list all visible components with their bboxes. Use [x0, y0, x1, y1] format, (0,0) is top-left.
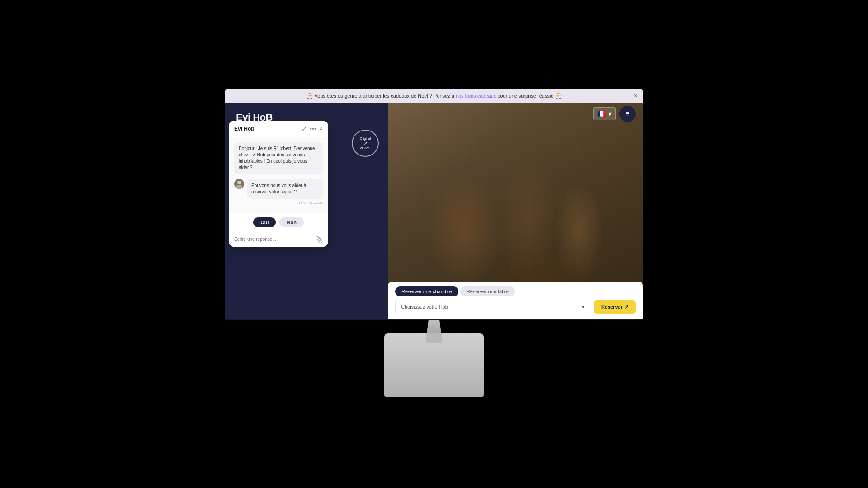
- stamp-arrow-icon: ↗: [363, 140, 368, 146]
- chat-input-row: 📎: [229, 232, 328, 247]
- right-photo-panel: 🇫🇷 ▾ ≡ Réserver une chambre Réserver une…: [388, 103, 643, 319]
- page-header: 🇫🇷 ▾ ≡: [388, 103, 643, 125]
- flag-emoji: 🇫🇷: [597, 109, 606, 118]
- message-timestamp: 17-04-23 16:07: [234, 201, 323, 205]
- svg-point-1: [236, 185, 242, 189]
- booking-tabs: Réserver une chambre Réserver une table: [395, 286, 636, 296]
- hamburger-menu-button[interactable]: ≡: [619, 106, 636, 122]
- chat-close-button[interactable]: ×: [319, 125, 323, 132]
- screen: 🎅 Vous êtes du genre à anticiper les cad…: [225, 89, 643, 320]
- reserve-button-arrow-icon: ↗: [624, 304, 628, 310]
- stamp-line1: Original: [360, 137, 371, 140]
- booking-row: Choisissez votre Hob ▾ Réserver ↗: [395, 300, 636, 314]
- hob-select[interactable]: Choisissez votre Hob ▾: [395, 300, 590, 314]
- booking-bar: Réserver une chambre Réserver une table …: [388, 282, 643, 319]
- chat-header-actions: ⤢ ••• ×: [302, 125, 323, 132]
- reserve-button[interactable]: Réserver ↗: [594, 300, 636, 314]
- stand-base: [384, 333, 484, 397]
- banner-text-prefix: 🎅 Vous êtes du genre à anticiper les cad…: [307, 93, 456, 99]
- chat-messages: Bonjour ! Je suis R'Hobert. Bienvenue ch…: [229, 137, 328, 213]
- banner-close-button[interactable]: ×: [634, 92, 637, 99]
- chevron-down-icon: ▾: [582, 304, 585, 310]
- announcement-banner: 🎅 Vous êtes du genre à anticiper les cad…: [225, 89, 643, 103]
- website-content: Evi HoB Original ↗ et local out onde nt …: [225, 103, 643, 319]
- monitor-stand: [382, 320, 486, 399]
- chat-more-button[interactable]: •••: [310, 125, 316, 132]
- chat-widget: Evi Hob ⤢ ••• × Bonjour ! Je suis R'Hobe…: [229, 121, 328, 247]
- bot-message: Bonjour ! Je suis R'Hobert. Bienvenue ch…: [234, 142, 323, 174]
- chat-header: Evi Hob ⤢ ••• ×: [229, 121, 328, 137]
- banner-text-suffix: pour une surprise réussie 🎅: [496, 93, 561, 99]
- chat-expand-button[interactable]: ⤢: [302, 125, 307, 132]
- menu-icon: ≡: [625, 110, 629, 118]
- user-message: Pouvons-nous vous aider à réserver votre…: [247, 179, 323, 199]
- user-avatar: [234, 179, 244, 189]
- banner-link[interactable]: nos bons cadeaux: [456, 93, 496, 99]
- tab-reserve-chambre[interactable]: Réserver une chambre: [395, 286, 458, 296]
- svg-point-0: [237, 181, 241, 184]
- stamp-badge: Original ↗ et local: [352, 130, 379, 157]
- chat-title: Evi Hob: [234, 126, 255, 132]
- banner-text: 🎅 Vous êtes du genre à anticiper les cad…: [307, 93, 561, 99]
- monitor-wrapper: 🎅 Vous êtes du genre à anticiper les cad…: [0, 0, 868, 488]
- flag-chevron: ▾: [608, 109, 612, 118]
- chat-quick-replies: Oui Non: [229, 213, 328, 232]
- quick-reply-oui-button[interactable]: Oui: [253, 217, 276, 227]
- quick-reply-non-button[interactable]: Non: [279, 217, 303, 227]
- language-selector[interactable]: 🇫🇷 ▾: [593, 107, 616, 120]
- user-message-row: Pouvons-nous vous aider à réserver votre…: [234, 179, 323, 199]
- chat-attach-icon[interactable]: 📎: [315, 236, 323, 243]
- stand-neck: [425, 320, 443, 333]
- hob-select-label: Choisissez votre Hob: [401, 304, 448, 310]
- chat-text-input[interactable]: [234, 237, 315, 242]
- reserve-button-label: Réserver: [601, 304, 623, 310]
- stamp-line2: et local: [360, 146, 370, 150]
- tab-reserve-table[interactable]: Réserver une table: [460, 286, 515, 296]
